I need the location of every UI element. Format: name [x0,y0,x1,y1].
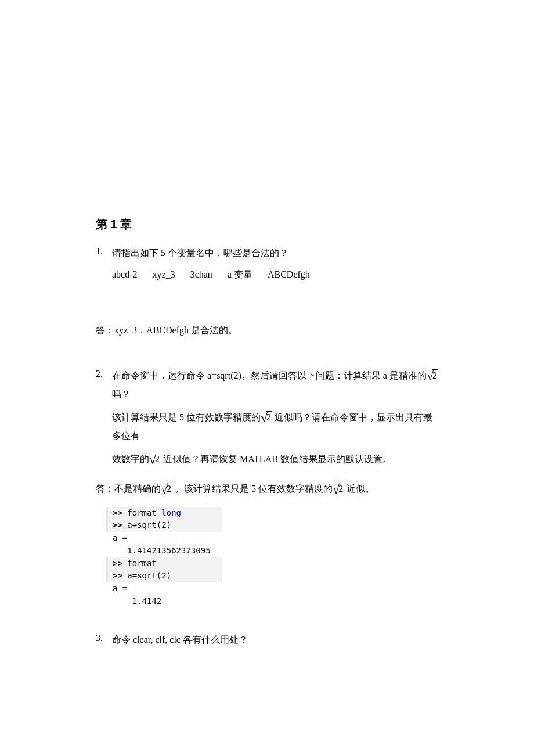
q2-line3: 效数字的√2 近似值？再请恢复 MATLAB 数值结果显示的默认设置。 [112,450,438,469]
question-3: 3. 命令 clear, clf, clc 各有什么用处？ [96,631,438,654]
q3-body: 命令 clear, clf, clc 各有什么用处？ [112,631,438,654]
sqrt2-icon: √2 [149,450,161,469]
question-1: 1. 请指出如下 5 个变量名中，哪些是合法的？ abcd-2 xyz_3 3c… [96,244,438,305]
sqrt2-icon: √2 [333,481,344,496]
sqrt2-icon: √2 [261,408,272,427]
code-line-11: a = [106,582,222,595]
q1-variables: abcd-2 xyz_3 3chan a 变量 ABCDefgh [112,267,438,282]
var-2: xyz_3 [153,269,175,279]
q1-text: 请指出如下 5 个变量名中，哪些是合法的？ [112,244,438,262]
sqrt2-icon: √2 [427,366,438,385]
var-5: ABCDefgh [268,269,310,279]
matlab-output: >> format long >> a=sqrt(2) a = 1.414213… [106,507,222,608]
q2-l3b: 近似值？再请恢复 MATLAB 数值结果显示的默认设置。 [161,454,392,464]
var-1: abcd-2 [112,269,138,279]
code-line-6: 1.414213562373095 [106,545,222,557]
answer-1: 答：xyz_3，ABCDefgh 是合法的。 [96,323,438,338]
var-4: a 变量 [228,269,252,279]
answer-2: 答：不是精确的√2 。该计算结果只是 5 位有效数字精度的√2 近似。 [96,481,438,496]
question-2: 2. 在命令窗中，运行命令 a=sqrt(2)。然后请回答以下问题：计算结果 a… [96,366,438,473]
q2-number: 2. [96,366,112,473]
q3-text: 命令 clear, clf, clc 各有什么用处？ [112,631,438,649]
a2-p3: 近似。 [344,484,374,494]
var-3: 3chan [190,269,212,279]
a1-body: xyz_3，ABCDefgh 是合法的。 [114,325,237,335]
q2-l3a: 效数字的 [112,454,149,464]
a1-prefix: 答： [96,325,114,335]
q3-number: 3. [96,631,112,654]
code-line-2: >> a=sqrt(2) [106,519,222,532]
code-line-13: 1.4142 [106,595,222,608]
q1-body: 请指出如下 5 个变量名中，哪些是合法的？ abcd-2 xyz_3 3chan… [112,244,438,305]
sqrt2-icon: √2 [161,481,172,496]
a2-prefix: 答： [96,484,114,494]
a2-p2: 。该计算结果只是 5 位有效数字精度的 [172,484,333,494]
a2-p1: 不是精确的 [114,484,161,494]
chapter-title: 第 1 章 [96,215,438,233]
code-line-9: >> a=sqrt(2) [106,570,222,582]
q2-body: 在命令窗中，运行命令 a=sqrt(2)。然后请回答以下问题：计算结果 a 是精… [112,366,438,473]
q2-line1: 在命令窗中，运行命令 a=sqrt(2)。然后请回答以下问题：计算结果 a 是精… [112,366,438,404]
q2-line2: 该计算结果只是 5 位有效数字精度的√2 近似吗？请在命令窗中，显示出具有最多位… [112,408,438,445]
code-line-1: >> format long [106,507,222,520]
code-line-4: a = [106,532,222,545]
q2-l1b: 吗？ [112,389,131,399]
q2-l2a: 该计算结果只是 5 位有效数字精度的 [112,412,261,422]
q1-number: 1. [96,244,112,305]
code-line-8: >> format [106,557,222,570]
q2-l1a: 在命令窗中，运行命令 a=sqrt(2)。然后请回答以下问题：计算结果 a 是精… [112,370,427,380]
